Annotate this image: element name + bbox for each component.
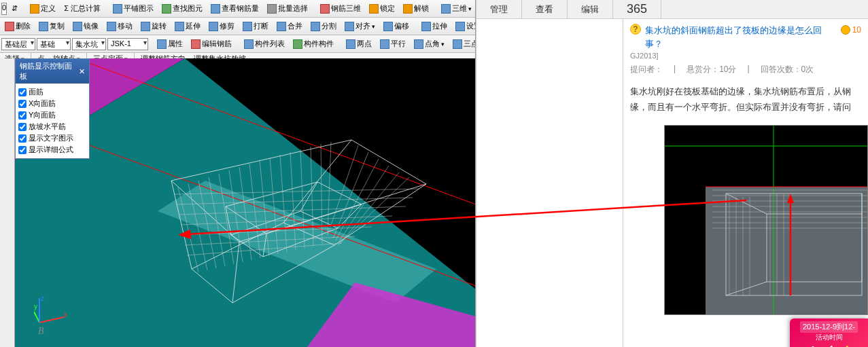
panel-title-text: 钢筋显示控制面板: [20, 61, 79, 81]
rotate-button[interactable]: 旋转: [137, 19, 170, 33]
svg-text:00: 00: [143, 322, 152, 331]
rotate-icon: [141, 22, 150, 31]
lock-icon: [369, 4, 379, 14]
panel-item[interactable]: 显示详细公式: [18, 144, 86, 156]
break-icon: [243, 22, 252, 31]
updown-icon[interactable]: ⇵: [8, 2, 21, 15]
member-list-button[interactable]: 构件列表: [241, 37, 288, 51]
mirror-icon: [73, 22, 82, 31]
draw-member-button[interactable]: 构件构件: [290, 37, 337, 51]
prop-icon: [157, 39, 167, 49]
offset-button[interactable]: 偏移: [380, 19, 413, 33]
merge-icon: [277, 22, 286, 31]
lock-button[interactable]: 锁定: [366, 1, 398, 16]
size-icon: [455, 22, 465, 31]
point-angle-button[interactable]: 点角▾: [411, 37, 448, 51]
panel-title-bar[interactable]: 钢筋显示控制面板 ✕: [16, 59, 89, 84]
toolbar-row-2: 删除 复制 镜像 移动 旋转 延伸 修剪 打断 合并 分割 对齐▾ 偏移 拉伸 …: [0, 18, 475, 35]
set-size-button[interactable]: 设置实际尺寸: [452, 19, 475, 33]
member-type-dropdown[interactable]: 集水坑: [72, 38, 106, 50]
copy-button[interactable]: 复制: [35, 19, 68, 33]
question-body: 集水坑刚好在筏板基础的边缘，集水坑钢筋布置后，从钢 缘，而且有一个水平弯折。但实…: [623, 79, 868, 120]
unlock-icon: [403, 4, 413, 14]
properties-button[interactable]: 属性: [154, 37, 186, 51]
svg-text:z: z: [41, 295, 44, 302]
cad-app: 0 ⇵ 定义 Σ 汇总计算 平铺图示 查找图元 查看钢筋量 批量选择 钢筋三维 …: [0, 0, 476, 347]
offset-icon: [383, 22, 393, 31]
panel-item[interactable]: X向面筋: [18, 98, 86, 109]
batch-select-button[interactable]: 批量选择: [264, 1, 311, 16]
axis-button[interactable]: 三点辅轴▾: [449, 37, 475, 51]
editsteel-icon: [191, 39, 201, 49]
split-button[interactable]: 分割: [307, 19, 340, 33]
trim-button[interactable]: 修剪: [205, 19, 238, 33]
batch-icon: [267, 4, 277, 14]
svg-line-50: [34, 312, 39, 323]
fillet-button[interactable]: 拉伸: [418, 19, 451, 33]
stretch-button[interactable]: 延伸: [171, 19, 204, 33]
find-button[interactable]: 查找图元: [158, 1, 206, 16]
delete-icon: [5, 22, 14, 31]
toolbar-row-3: 基础层 基础 集水坑 JSK-1 属性 编辑钢筋 构件列表 构件构件 两点 平行…: [0, 35, 475, 53]
question-tag: GJ2013]: [623, 52, 868, 60]
align-button[interactable]: 对齐▾: [341, 19, 379, 33]
list-icon: [244, 39, 254, 49]
tab-view[interactable]: 查看: [522, 0, 568, 18]
tab-manage[interactable]: 管理: [476, 0, 522, 18]
tile-button[interactable]: 平铺图示: [109, 1, 157, 16]
view-steel-button[interactable]: 查看钢筋量: [207, 1, 262, 16]
toolbar-row-1: 0 ⇵ 定义 Σ 汇总计算 平铺图示 查找图元 查看钢筋量 批量选择 钢筋三维 …: [0, 0, 475, 18]
tab-365[interactable]: 365: [613, 0, 661, 18]
web-tabbar: 管理 查看 编辑 365: [476, 0, 868, 19]
asker-label: 提问者：: [630, 64, 663, 75]
layer-dropdown[interactable]: 基础层: [1, 38, 35, 50]
tab-edit[interactable]: 编辑: [568, 0, 613, 18]
embedded-screenshot: [664, 125, 868, 315]
3d-view-button[interactable]: 三维▾: [438, 1, 475, 16]
member-id-dropdown[interactable]: JSK-1: [107, 38, 148, 50]
align-icon: [345, 22, 354, 31]
number-input[interactable]: 0: [1, 3, 7, 15]
axis-gizmo-icon: x y z: [34, 295, 67, 328]
pointangle-icon: [414, 39, 423, 49]
question-meta: 提问者： | 悬赏分：10分 | 回答次数：0次: [623, 60, 868, 79]
copy-icon: [39, 22, 48, 31]
panel-item[interactable]: Y向面筋: [18, 109, 86, 121]
question-mark-icon: ?: [630, 24, 641, 35]
question-title-link[interactable]: 集水坑的斜面钢筋超出了筏板的边缘是怎么回事？: [645, 24, 837, 50]
panel-item[interactable]: 放坡水平筋: [18, 121, 86, 132]
steel-3d-button[interactable]: 钢筋三维: [317, 1, 364, 16]
panel-item[interactable]: 面筋: [18, 86, 86, 98]
delete-button[interactable]: 删除: [1, 19, 34, 33]
two-point-button[interactable]: 两点: [343, 37, 375, 51]
summary-button[interactable]: Σ 汇总计算: [60, 1, 104, 16]
mirror-button[interactable]: 镜像: [69, 19, 102, 33]
trim-icon: [209, 22, 218, 31]
svg-text:y: y: [34, 303, 37, 310]
split-icon: [311, 22, 320, 31]
rebar-display-panel[interactable]: 钢筋显示控制面板 ✕ 面筋 X向面筋 Y向面筋 放坡水平筋 显示文字图示 显示详…: [15, 58, 90, 159]
move-button[interactable]: 移动: [103, 19, 136, 33]
checkbox[interactable]: [18, 88, 27, 96]
panel-body: 面筋 X向面筋 Y向面筋 放坡水平筋 显示文字图示 显示详细公式: [16, 84, 89, 158]
checkbox[interactable]: [18, 134, 27, 143]
checkbox[interactable]: [18, 100, 27, 108]
panel-item[interactable]: 显示文字图示: [18, 132, 86, 144]
checkbox[interactable]: [18, 146, 27, 154]
move-icon: [107, 22, 116, 31]
checkbox[interactable]: [18, 123, 27, 131]
axis-icon: [453, 39, 462, 49]
merge-button[interactable]: 合并: [273, 19, 306, 33]
find-icon: [162, 4, 171, 14]
define-button[interactable]: 定义: [27, 1, 59, 16]
web-panel: 管理 查看 编辑 365 ? 集水坑的斜面钢筋超出了筏板的边缘是怎么回事？ 10…: [476, 0, 868, 347]
category-dropdown[interactable]: 基础: [37, 38, 71, 50]
unlock-button[interactable]: 解锁: [400, 1, 432, 16]
svg-line-48: [39, 317, 64, 323]
close-icon[interactable]: ✕: [79, 67, 85, 76]
checkbox[interactable]: [18, 111, 27, 120]
edit-steel-button[interactable]: 编辑钢筋: [188, 37, 235, 51]
promo-banner[interactable]: 2015-12-9到12- 活动时间 年底大: [790, 318, 868, 347]
break-button[interactable]: 打断: [239, 19, 272, 33]
parallel-button[interactable]: 平行: [377, 37, 409, 51]
